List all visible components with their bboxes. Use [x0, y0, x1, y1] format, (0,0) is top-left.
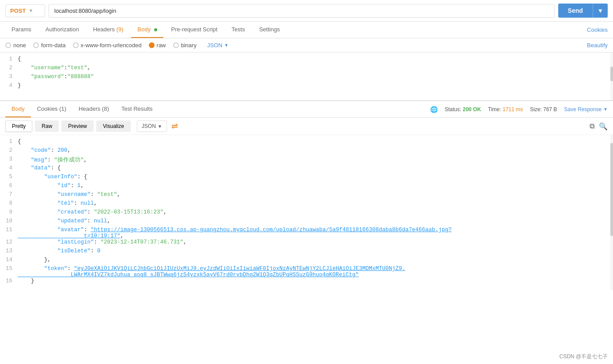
response-tabs-row: Body Cookies (1) Headers (8) Test Result…	[0, 101, 613, 118]
tab-body[interactable]: Body	[131, 22, 163, 38]
resp-line-3: 3 "msg": "操作成功",	[0, 156, 613, 165]
request-line-4: 4 }	[0, 83, 613, 91]
json-type-dropdown[interactable]: JSON ▼	[207, 42, 229, 49]
radio-dot-raw	[149, 42, 155, 48]
radio-dot-binary	[173, 42, 179, 48]
radio-none-label: none	[13, 42, 26, 49]
save-response-label: Save Response	[564, 106, 602, 113]
radio-raw[interactable]: raw	[149, 42, 166, 49]
tab-tests[interactable]: Tests	[225, 22, 251, 38]
save-response-button[interactable]: Save Response ▼	[564, 106, 608, 113]
resp-line-14: 14 },	[0, 257, 613, 266]
radio-urlencoded-label: x-www-form-urlencoded	[81, 42, 142, 49]
resp-line-10: 10 "updated": null,	[0, 218, 613, 227]
response-status-area: 🌐 Status: 200 OK Time: 1711 ms Size: 767…	[430, 106, 608, 113]
resp-line-5: 5 "userInfo": {	[0, 174, 613, 183]
resp-tab-body[interactable]: Body	[5, 101, 31, 117]
radio-dot-form-data	[33, 42, 39, 48]
send-dropdown-button[interactable]: ▼	[593, 4, 608, 18]
radio-binary[interactable]: binary	[173, 42, 197, 49]
response-json-dropdown[interactable]: JSON ▼	[137, 120, 167, 132]
resp-line-12: 12 "lastLogin": "2023-12-14T07:37:46.731…	[0, 239, 613, 248]
resp-line-1: 1 {	[0, 139, 613, 147]
cookies-link[interactable]: Cookies	[587, 22, 608, 38]
method-selector[interactable]: POST ▼	[5, 4, 45, 17]
resp-line-4: 4 "data": {	[0, 165, 613, 174]
response-json-label: JSON	[142, 123, 156, 129]
radio-dot-urlencoded	[73, 42, 79, 48]
scrollbar-track-request[interactable]	[610, 53, 613, 100]
response-body-editor[interactable]: 1 { 2 "code": 200, 3 "msg": "操作成功", 4 "d…	[0, 135, 613, 290]
visualize-view-btn[interactable]: Visualize	[96, 120, 131, 132]
size-value: 767 B	[543, 106, 557, 113]
size-label: Size: 767 B	[530, 106, 557, 113]
resp-line-9: 9 "created": "2022-03-15T13:16:23",	[0, 209, 613, 218]
time-value: 1711 ms	[503, 106, 523, 113]
response-section: Body Cookies (1) Headers (8) Test Result…	[0, 101, 613, 290]
tab-prerequest[interactable]: Pre-request Script	[165, 22, 224, 38]
copy-icon[interactable]: ⧉	[590, 122, 594, 130]
request-line-2: 2 "username":"test",	[0, 65, 613, 74]
request-body-editor[interactable]: 1 { 2 "username":"test", 3 "password":"8…	[0, 53, 613, 101]
request-tabs-row: Params Authorization Headers (9) Body Pr…	[0, 22, 613, 38]
raw-view-btn[interactable]: Raw	[35, 120, 59, 132]
preview-view-btn[interactable]: Preview	[61, 120, 94, 132]
resp-line-16: 16 }	[0, 278, 613, 287]
send-button[interactable]: Send	[558, 4, 593, 18]
radio-none[interactable]: none	[5, 42, 26, 49]
search-icon[interactable]: 🔍	[599, 122, 608, 131]
resp-line-15: 15 "token": "eyJ0eXAiOiJKV1QiLCJhbGciOiJ…	[0, 266, 613, 278]
status-value: 200 OK	[463, 106, 481, 113]
pretty-view-btn[interactable]: Pretty	[5, 120, 32, 132]
tab-params[interactable]: Params	[5, 22, 38, 38]
resp-line-11: 11 "avatar": "https://image-1300566513.c…	[0, 227, 613, 239]
tab-headers[interactable]: Headers (9)	[87, 22, 130, 38]
tab-settings[interactable]: Settings	[253, 22, 286, 38]
request-line-3: 3 "password":"888888"	[0, 74, 613, 83]
json-type-label: JSON	[207, 42, 223, 49]
wrap-icon[interactable]: ⇌	[171, 121, 178, 131]
radio-raw-label: raw	[157, 42, 166, 49]
method-dropdown-icon[interactable]: ▼	[28, 8, 33, 13]
resp-line-2: 2 "code": 200,	[0, 147, 613, 156]
resp-line-7: 7 "username": "test",	[0, 191, 613, 200]
json-dropdown-chevron: ▼	[224, 43, 229, 48]
resp-line-13: 13 "isDelete": 0	[0, 248, 613, 257]
response-toolbar: Pretty Raw Preview Visualize JSON ▼ ⇌ ⧉ …	[0, 118, 613, 135]
method-label: POST	[10, 8, 26, 14]
save-response-chevron: ▼	[603, 107, 608, 112]
resp-line-8: 8 "tel": null,	[0, 200, 613, 209]
time-label: Time: 1711 ms	[488, 106, 523, 113]
resp-line-6: 6 "id": 1,	[0, 183, 613, 191]
scrollbar-thumb-response[interactable]	[610, 143, 613, 236]
resp-tab-headers[interactable]: Headers (8)	[72, 101, 115, 117]
resp-tab-cookies[interactable]: Cookies (1)	[31, 101, 72, 117]
scrollbar-track-response[interactable]	[610, 135, 613, 290]
body-options-row: none form-data x-www-form-urlencoded raw…	[0, 38, 613, 53]
send-btn-group: Send ▼	[558, 4, 608, 18]
globe-icon: 🌐	[430, 106, 438, 113]
status-label: Status: 200 OK	[445, 106, 481, 113]
response-json-chevron: ▼	[158, 124, 162, 129]
scrollbar-thumb-request[interactable]	[610, 67, 613, 81]
tab-authorization[interactable]: Authorization	[39, 22, 85, 38]
radio-form-data[interactable]: form-data	[33, 42, 66, 49]
request-line-1: 1 {	[0, 56, 613, 65]
radio-urlencoded[interactable]: x-www-form-urlencoded	[73, 42, 142, 49]
radio-form-data-label: form-data	[41, 42, 66, 49]
radio-binary-label: binary	[181, 42, 197, 49]
top-bar: POST ▼ Send ▼	[0, 0, 613, 22]
resp-tab-test-results[interactable]: Test Results	[115, 101, 159, 117]
token-value[interactable]: "eyJ0eXAiOiJKV1QiLCJhbGciOiJIUzUxMiJ9.ey…	[18, 266, 405, 278]
radio-dot-none	[5, 42, 11, 48]
response-right-icons: ⧉ 🔍	[590, 122, 608, 131]
url-input[interactable]	[49, 4, 555, 18]
beautify-button[interactable]: Beautify	[587, 42, 608, 49]
